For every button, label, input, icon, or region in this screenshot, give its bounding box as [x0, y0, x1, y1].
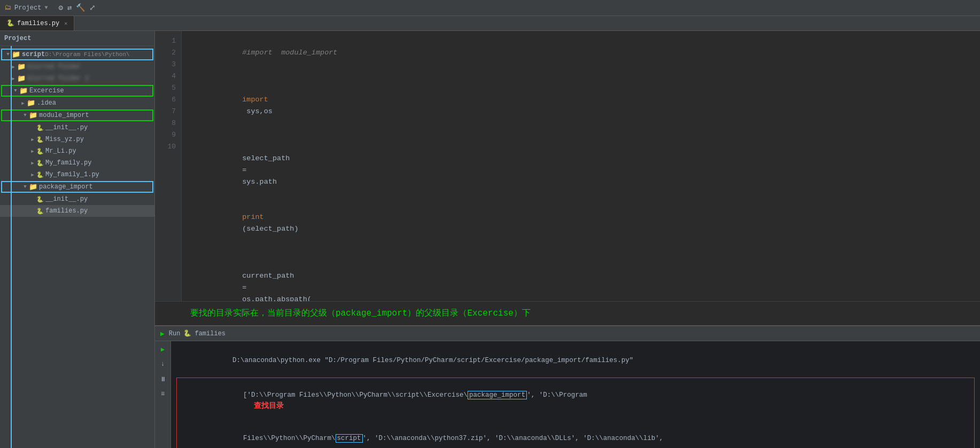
console-title: Run 🐍 families [169, 329, 225, 337]
tab-bar: 🐍 families.py ✕ [0, 16, 980, 31]
arrow-my-family-1 [29, 172, 36, 178]
code-import-modules: sys,os [242, 107, 273, 115]
project-label[interactable]: Project [14, 4, 41, 12]
sidebar-item-blurred1[interactable]: 📁 blurred folder [0, 61, 154, 73]
py-icon-init1: 🐍 [36, 124, 44, 131]
line-num-5: 5 [155, 82, 176, 94]
console-header: ▶ Run 🐍 families [155, 326, 980, 341]
tree-item-excercise-wrapper: 📁 Excercise [0, 85, 154, 97]
line-num-1: 1 [155, 35, 176, 47]
run-button[interactable]: ▶ [157, 343, 169, 355]
code-print-1: print [242, 213, 264, 221]
excercise-label: Excercise [29, 87, 64, 95]
folder-icon-excercise: 📁 [19, 87, 28, 95]
code-line-5: select_path = sys.path [190, 141, 971, 200]
line-num-4: 4 [155, 70, 176, 82]
console-cmd-line: D:\anaconda\python.exe "D:/Program Files… [176, 344, 975, 376]
sync-icon[interactable]: ⇄ [67, 3, 72, 12]
console-file-icon: 🐍 [183, 329, 191, 337]
annotation-text: 要找的目录实际在，当前目录的父级（package_import）的父级目录（Ex… [190, 309, 531, 318]
code-eq-2: = [242, 284, 251, 292]
folder-icon-script: 📁 [12, 50, 20, 59]
blurred-label1: blurred folder [27, 63, 81, 70]
output-post-1: ', 'D:\\Program [527, 391, 587, 399]
output-hl-script: script [336, 434, 363, 443]
expand-icon[interactable]: ⤢ [89, 3, 96, 12]
line-num-9: 9 [155, 129, 176, 141]
build-icon[interactable]: 🔨 [76, 3, 85, 12]
line-num-6: 6 [155, 94, 176, 106]
py-icon-mr-li: 🐍 [36, 148, 44, 155]
annotation-bar: 要找的目录实际在，当前目录的父级（package_import）的父级目录（Ex… [155, 301, 980, 325]
tree-item-module-import-wrapper: 📁 module_import [0, 109, 154, 121]
folder-icon-package-import: 📁 [29, 183, 37, 191]
main-content: Project 📁 script D:\Program Files\Python… [0, 31, 980, 448]
menu-button[interactable]: ≡ [157, 388, 169, 400]
code-os-path: os.path.abspath( [242, 295, 312, 301]
py-icon-miss-yz: 🐍 [36, 136, 44, 143]
output-hl-package-import: package_import [468, 391, 527, 399]
my-family-1-label: My_family_1.py [45, 171, 99, 178]
console-panel: ▶ Run 🐍 families ▶ ↓ ⏸ ≡ [155, 325, 980, 448]
code-sys-path: sys.path [242, 178, 277, 186]
sidebar-item-miss-yz[interactable]: 🐍 Miss_yz.py [0, 133, 154, 145]
code-line-3: import sys,os [190, 82, 971, 129]
sidebar-item-init-py-1[interactable]: 🐍 __init__.py [0, 122, 154, 133]
console-cmd-text: D:\anaconda\python.exe "D:/Program Files… [232, 357, 633, 364]
console-sidebar: ▶ ↓ ⏸ ≡ [155, 341, 171, 448]
pause-button[interactable]: ⏸ [157, 373, 169, 385]
tab-families-py[interactable]: 🐍 families.py ✕ [0, 16, 74, 30]
sidebar-item-script[interactable]: 📁 script D:\Program Files\Python\ [1, 49, 153, 60]
code-line-2 [190, 70, 971, 82]
code-comment-1: #import module_import [242, 49, 337, 57]
code-content[interactable]: #import module_import import sys,os sele… [182, 31, 980, 301]
console-body: ▶ ↓ ⏸ ≡ D:\anaconda\python.exe "D:/Progr… [155, 341, 980, 448]
py-icon-init2: 🐍 [36, 196, 44, 203]
arrow-blurred1 [10, 64, 17, 70]
sidebar-item-mr-li[interactable]: 🐍 Mr_Li.py [0, 145, 154, 157]
folder-icon-module-import: 📁 [29, 111, 37, 120]
arrow-module-import [21, 113, 29, 118]
arrow-idea [19, 100, 27, 106]
arrow-script [4, 52, 12, 57]
sidebar-item-module-import[interactable]: 📁 module_import [1, 109, 153, 121]
tab-close-icon[interactable]: ✕ [64, 20, 67, 27]
code-line-4 [190, 129, 971, 141]
code-line-7 [190, 247, 971, 258]
sidebar-item-families-py[interactable]: 🐍 families.py [0, 205, 154, 217]
code-print-1-arg: (select_path) [242, 225, 298, 233]
editor-area: 1 2 3 4 5 6 7 8 9 10 #import module_impo… [155, 31, 980, 301]
console-output[interactable]: D:\anaconda\python.exe "D:/Program Files… [171, 341, 980, 448]
sidebar-item-package-import[interactable]: 📁 package_import [1, 181, 153, 193]
code-line-1: #import module_import [190, 35, 971, 70]
top-bar: 🗂 Project ▼ ⚙ ⇄ 🔨 ⤢ [0, 0, 980, 16]
sidebar-item-excercise[interactable]: 📁 Excercise [1, 85, 153, 97]
init-py-2-label: __init__.py [45, 195, 88, 203]
sidebar: Project 📁 script D:\Program Files\Python… [0, 31, 155, 448]
blurred-label2: blurred folder 2 [27, 75, 89, 82]
arrow-miss-yz [29, 137, 36, 143]
sidebar-item-my-family[interactable]: 🐍 My_family.py [0, 157, 154, 169]
idea-label: .idea [37, 99, 56, 107]
families-py-label: families.py [45, 207, 88, 215]
console-output-box: ['D:\\Program Files\\Python\\PyCharm\\sc… [176, 378, 975, 448]
arrow-excercise [12, 88, 19, 93]
code-import-kw: import [242, 96, 268, 104]
script-label: script [22, 51, 45, 58]
scroll-down-button[interactable]: ↓ [157, 358, 169, 370]
top-bar-left: 🗂 Project ▼ [4, 4, 48, 12]
arrow-mr-li [29, 148, 36, 154]
sidebar-item-init-py-2[interactable]: 🐍 __init__.py [0, 193, 154, 205]
sidebar-item-my-family-1[interactable]: 🐍 My_family_1.py [0, 169, 154, 180]
sidebar-item-blurred2[interactable]: 📁 blurred folder 2 [0, 73, 154, 84]
tree-item-script-wrapper: 📁 script D:\Program Files\Python\ [0, 49, 154, 60]
dropdown-arrow[interactable]: ▼ [44, 5, 48, 11]
sidebar-item-idea[interactable]: 📁 .idea [0, 97, 154, 109]
toolbar-icons: ⚙ ⇄ 🔨 ⤢ [58, 3, 96, 12]
mr-li-label: Mr_Li.py [45, 147, 76, 155]
settings-icon[interactable]: ⚙ [58, 3, 63, 12]
console-run-label: Run [169, 330, 181, 337]
my-family-label: My_family.py [45, 159, 91, 167]
run-icon: ▶ [160, 329, 165, 338]
py-icon-families: 🐍 [36, 208, 44, 215]
